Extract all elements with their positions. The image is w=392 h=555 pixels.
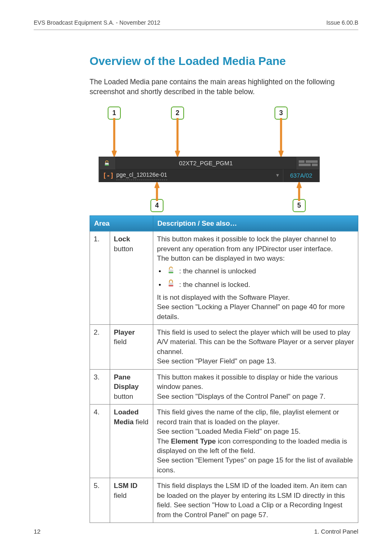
lock-button[interactable] (99, 157, 115, 169)
table-row: 1. Lock button This button makes it poss… (90, 231, 358, 325)
cell-num: 1. (90, 231, 110, 325)
list-item: : the channel is locked. (163, 279, 354, 290)
cell-desc: This field is used to select the player … (153, 324, 358, 369)
pane-chip (312, 164, 318, 166)
pane-display-button[interactable] (297, 157, 319, 169)
footer-page: 12 (34, 527, 41, 536)
element-type-icon: [-] (103, 171, 114, 180)
player-field[interactable]: 02XT2_PGE_PGM1 (115, 157, 296, 169)
pane-chip (299, 164, 311, 166)
pane-chip (306, 160, 318, 163)
table-row: 3. Pane Display button This button makes… (90, 369, 358, 404)
lsm-id-field[interactable]: 637A/02 (284, 169, 319, 182)
cell-desc: This button makes it possible to display… (153, 369, 358, 404)
loaded-media-pane: 02XT2_PGE_PGM1 [-] pge_cl_120126e-01 ▼ 6… (99, 157, 320, 182)
arrow-2 (175, 118, 180, 157)
arrow-5 (297, 181, 302, 201)
lsm-id-text: 637A/02 (290, 171, 312, 180)
arrow-4 (154, 181, 159, 201)
cell-name: Lock button (110, 231, 153, 325)
footer-section: 1. Control Panel (314, 527, 358, 536)
table-row: 4. Loaded Media field This field gives t… (90, 405, 358, 478)
cell-num: 4. (90, 405, 110, 478)
th-desc: Description / See also… (153, 215, 358, 231)
svg-rect-11 (105, 164, 109, 166)
cell-name: Loaded Media field (110, 405, 153, 478)
cell-desc: This field displays the LSM ID of the lo… (153, 478, 358, 523)
pane-chip (299, 160, 304, 163)
list-item: : the channel is unlocked (163, 266, 354, 277)
annotated-screenshot: 1 2 3 4 5 02XT2_PGE_PGM1 (91, 103, 330, 212)
lock-icon (104, 160, 110, 166)
page-title: Overview of the Loaded Media Pane (90, 53, 358, 69)
lock-unlocked-icon (167, 266, 175, 277)
th-area: Area (90, 215, 153, 231)
page-footer: 12 1. Control Panel (34, 527, 358, 536)
loaded-media-bottom-row: [-] pge_cl_120126e-01 ▼ 637A/02 (99, 169, 319, 182)
svg-rect-15 (168, 285, 173, 287)
loaded-media-name: pge_cl_120126e-01 (116, 171, 167, 180)
chevron-down-icon: ▼ (275, 172, 280, 178)
cell-num: 2. (90, 324, 110, 369)
svg-rect-13 (168, 272, 173, 273)
lead-paragraph: The Loaded Media pane contains the main … (90, 77, 358, 97)
cell-name: Player field (110, 324, 153, 369)
header-rule (34, 30, 358, 30)
lock-locked-icon (167, 279, 175, 290)
table-row: 2. Player field This field is used to se… (90, 324, 358, 369)
cell-num: 5. (90, 478, 110, 523)
page-header: EVS Broadcast Equipment S.A. - November … (0, 0, 392, 27)
page-content: Overview of the Loaded Media Pane The Lo… (90, 53, 358, 523)
cell-name: LSM ID field (110, 478, 153, 523)
cell-desc: This field gives the name of the clip, f… (153, 405, 358, 478)
areas-table: Area Description / See also… 1. Lock but… (90, 215, 358, 523)
cell-num: 3. (90, 369, 110, 404)
loaded-media-field[interactable]: [-] pge_cl_120126e-01 ▼ (100, 169, 283, 182)
table-row: 5. LSM ID field This field displays the … (90, 478, 358, 523)
cell-name: Pane Display button (110, 369, 153, 404)
header-left: EVS Broadcast Equipment S.A. - November … (34, 19, 160, 27)
arrow-3 (279, 118, 284, 157)
player-field-text: 02XT2_PGE_PGM1 (179, 159, 233, 167)
header-right: Issue 6.00.B (326, 19, 358, 27)
cell-desc: This button makes it possible to lock th… (153, 231, 358, 325)
arrow-1 (112, 118, 117, 157)
loaded-media-top-row: 02XT2_PGE_PGM1 (99, 157, 319, 169)
